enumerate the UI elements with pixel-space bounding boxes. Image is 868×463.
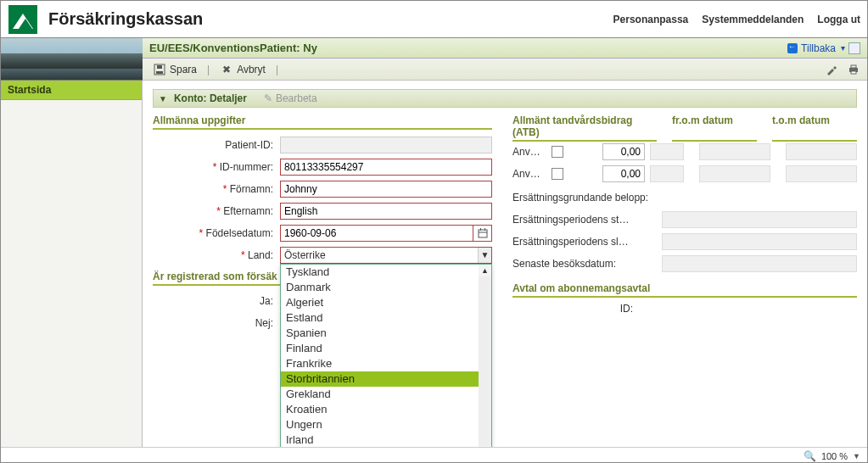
country-option[interactable]: Algeriet [281, 295, 479, 310]
section-edit[interactable]: ✎ Bearbeta [264, 92, 317, 104]
label-last-visit: Senaste besöksdatum: [512, 258, 657, 270]
header-atb: Allmänt tandvårdsbidrag (ATB) [512, 114, 657, 142]
save-icon [153, 63, 166, 76]
country-option[interactable]: Irland [281, 432, 479, 447]
header-to-date: t.o.m datum [772, 114, 857, 142]
cancel-label: Avbryt [237, 64, 266, 75]
group-general: Allmänna uppgifter [153, 114, 492, 130]
label-period-end: Ersättningsperiodens sl… [512, 236, 657, 248]
save-label: Spara [170, 64, 197, 75]
header-from-date: fr.o.m datum [672, 114, 757, 142]
label-period-start: Ersättningsperiodens st… [512, 214, 657, 226]
value-last-visit [662, 255, 857, 272]
row-ersatt-belopp: Ersättningsgrundande belopp: [512, 187, 857, 208]
title-extra-button[interactable] [848, 42, 860, 54]
status-bar: 🔍 100 % ▼ [1, 447, 867, 463]
label-id-number: * ID-nummer: [153, 161, 280, 173]
link-system-messages[interactable]: Systemmeddelanden [702, 14, 804, 25]
column-left: Allmänna uppgifter Patient-ID: * ID-numm… [153, 114, 492, 335]
cancel-icon: ✖ [220, 63, 233, 76]
scroll-down-icon[interactable]: ▼ [479, 446, 491, 447]
atb-row-1-checkbox[interactable] [552, 146, 563, 158]
scroll-up-icon[interactable]: ▲ [479, 265, 491, 276]
calendar-button[interactable] [473, 225, 492, 242]
country-option[interactable]: Estland [281, 310, 479, 326]
input-id-number[interactable] [280, 159, 492, 176]
brand-name: Försäkringskassan [48, 9, 203, 29]
atb-row-2-amount[interactable] [602, 165, 645, 182]
section-title: Konto: Detaljer [174, 92, 247, 104]
row-dob: * Födelsedatum: [153, 223, 492, 243]
toolbar: Spara | ✖ Avbryt | [143, 59, 867, 81]
tool-settings-icon[interactable] [825, 63, 838, 76]
country-option[interactable]: Grekland [281, 387, 479, 402]
select-country[interactable]: Österrike ▼ [280, 247, 492, 264]
svg-rect-4 [156, 71, 163, 74]
top-links: Personanpassa Systemmeddelanden Logga ut [613, 14, 860, 25]
atb-row-2-checkbox[interactable] [552, 168, 563, 180]
atb-row-2-to [786, 165, 857, 182]
cancel-button[interactable]: ✖ Avbryt [216, 61, 269, 78]
country-option[interactable]: Spanien [281, 326, 479, 341]
svg-rect-9 [479, 230, 487, 237]
input-last-name[interactable] [280, 203, 492, 220]
atb-row-2-extra [650, 165, 684, 182]
header-abon: Avtal om abonnemangsavtal [512, 282, 857, 298]
link-personalize[interactable]: Personanpassa [613, 14, 689, 25]
atb-row-2-label: Anv… [512, 168, 546, 180]
label-ja: Ja: [153, 295, 280, 307]
atb-row-1: Anv… [512, 142, 857, 162]
zoom-caret-icon[interactable]: ▼ [853, 452, 860, 460]
row-abon-id: ID: [512, 303, 857, 315]
input-first-name[interactable] [280, 181, 492, 198]
atb-row-2: Anv… [512, 164, 857, 184]
section-collapse-icon: ▼ [159, 94, 167, 103]
zoom-value: 100 % [821, 451, 848, 461]
logo [4, 1, 42, 38]
back-caret-icon: ▾ [841, 43, 845, 53]
input-dob[interactable] [280, 225, 473, 242]
row-period-start: Ersättningsperiodens st… [512, 209, 857, 230]
row-id-number: * ID-nummer: [153, 157, 492, 177]
country-option[interactable]: Storbritannien [281, 371, 479, 387]
country-option[interactable]: Frankrike [281, 356, 479, 371]
banner-image [1, 38, 143, 81]
back-icon [787, 43, 798, 53]
row-first-name: * Förnamn: [153, 179, 492, 199]
sidebar-item-start[interactable]: Startsida [1, 81, 142, 100]
country-option[interactable]: Kroatien [281, 402, 479, 417]
value-period-end [662, 233, 857, 250]
atb-row-2-from [699, 165, 770, 182]
atb-row-1-from [699, 143, 770, 160]
title-toolbar-area: EU/EES/KonventionsPatient: Ny Tillbaka ▾… [143, 38, 867, 81]
zoom-icon[interactable]: 🔍 [804, 450, 816, 462]
save-button[interactable]: Spara [149, 61, 200, 78]
atb-row-1-to [786, 143, 857, 160]
row-patient-id: Patient-ID: [153, 135, 492, 155]
atb-row-1-label: Anv… [512, 146, 546, 158]
dropdown-scrollbar[interactable]: ▲ ▼ [479, 265, 491, 447]
print-icon[interactable] [847, 63, 860, 76]
country-option[interactable]: Tyskland [281, 265, 479, 280]
country-option[interactable]: Finland [281, 341, 479, 356]
main: Startsida ▼ Konto: Detaljer ✎ Bearbeta A… [1, 81, 867, 447]
back-button[interactable]: Tillbaka ▾ [787, 42, 845, 54]
svg-rect-7 [851, 65, 856, 68]
select-country-value: Österrike [284, 249, 474, 261]
row-country: * Land: Österrike ▼ TysklandDanmarkAlger… [153, 245, 492, 265]
label-patient-id: Patient-ID: [153, 139, 280, 151]
label-first-name: * Förnamn: [153, 183, 280, 195]
label-dob: * Födelsedatum: [153, 227, 280, 239]
label-abon-id: ID: [512, 303, 640, 315]
atb-row-1-amount[interactable] [602, 143, 645, 160]
section-header[interactable]: ▼ Konto: Detaljer ✎ Bearbeta [153, 89, 857, 108]
atb-headers: Allmänt tandvårdsbidrag (ATB) fr.o.m dat… [512, 114, 857, 142]
link-logout[interactable]: Logga ut [817, 14, 860, 25]
country-option[interactable]: Ungern [281, 417, 479, 432]
svg-rect-11 [480, 228, 481, 231]
content: ▼ Konto: Detaljer ✎ Bearbeta Allmänna up… [143, 81, 867, 447]
title-row: EU/EES/KonventionsPatient: Ny Tillbaka ▾ [143, 38, 867, 59]
back-label: Tillbaka [801, 42, 836, 54]
country-option[interactable]: Danmark [281, 280, 479, 295]
input-patient-id [280, 137, 492, 153]
